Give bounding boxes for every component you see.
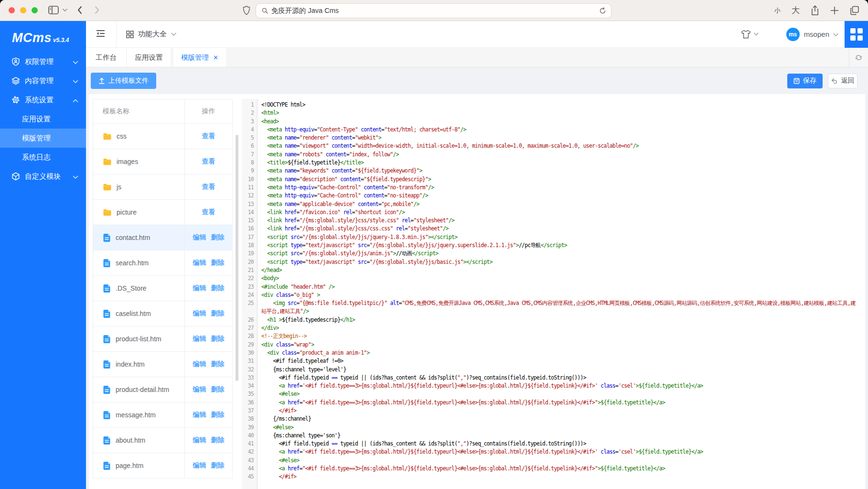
- table-scroll-area: [233, 99, 242, 489]
- action-link-编辑[interactable]: 编辑: [193, 284, 206, 293]
- action-link-删除[interactable]: 删除: [211, 385, 225, 394]
- sidebar-subitem-应用设置[interactable]: 应用设置: [0, 109, 86, 129]
- minimize-window-button[interactable]: [20, 7, 26, 13]
- sidebar-item-系统设置[interactable]: 系统设置: [0, 90, 86, 109]
- table-row-product-list.htm[interactable]: product-list.htm编辑删除: [93, 326, 232, 352]
- chevron-down-icon[interactable]: [62, 4, 68, 16]
- code-line: 11 <meta http-equiv="Cache-Control" cont…: [242, 184, 865, 192]
- table-row-contact.htm[interactable]: contact.htm编辑删除: [93, 225, 232, 250]
- action-link-编辑[interactable]: 编辑: [193, 309, 206, 318]
- table-row-page.htm[interactable]: page.htm编辑删除: [93, 453, 232, 478]
- address-bar[interactable]: 免疫开源的 Java Cms: [256, 3, 611, 18]
- table-row-picture[interactable]: picture查看: [93, 200, 232, 225]
- file-name: page.htm: [116, 461, 143, 471]
- table-row-search.htm[interactable]: search.htm编辑删除: [93, 250, 232, 276]
- file-name: contact.htm: [116, 233, 150, 243]
- scrollbar-thumb[interactable]: [236, 135, 238, 381]
- theme-button[interactable]: [741, 30, 759, 39]
- address-bar-text: 免疫开源的 Java Cms: [271, 6, 339, 15]
- line-number: 5: [242, 134, 257, 142]
- action-link-编辑[interactable]: 编辑: [193, 360, 206, 369]
- zoom-window-button[interactable]: [32, 7, 38, 13]
- file-icon: [103, 233, 111, 242]
- code-editor[interactable]: 1<!DOCTYPE html>2<html>3<head>4 <meta ht…: [242, 99, 865, 489]
- action-link-删除[interactable]: 删除: [211, 436, 225, 445]
- action-link-编辑[interactable]: 编辑: [193, 411, 206, 419]
- collapse-sidebar-icon[interactable]: [96, 30, 105, 39]
- file-icon: [103, 335, 111, 344]
- table-row-about.htm[interactable]: about.htm编辑删除: [93, 428, 232, 453]
- return-arrow-icon: [831, 78, 838, 84]
- chevron-down-icon[interactable]: [833, 30, 838, 39]
- table-row-css[interactable]: css查看: [93, 124, 232, 149]
- text-larger-button[interactable]: 大: [792, 4, 800, 17]
- sidebar-toggle-icon[interactable]: [48, 4, 59, 16]
- close-tab-icon[interactable]: ✕: [213, 54, 218, 61]
- action-link-删除[interactable]: 删除: [211, 335, 225, 343]
- table-row-.DS_Store[interactable]: .DS_Store编辑删除: [93, 276, 232, 301]
- action-link-删除[interactable]: 删除: [211, 233, 225, 242]
- action-link-编辑[interactable]: 编辑: [193, 335, 206, 343]
- line-number: 6: [242, 142, 257, 150]
- back-button-icon[interactable]: [76, 4, 83, 16]
- sidebar-subitem-模版管理[interactable]: 模版管理: [0, 129, 86, 148]
- forward-button-icon[interactable]: [94, 4, 100, 16]
- close-window-button[interactable]: [9, 7, 15, 13]
- save-button[interactable]: 保存: [787, 74, 823, 88]
- action-link-编辑[interactable]: 编辑: [193, 385, 206, 394]
- table-row-product-detail.htm[interactable]: product-detail.htm编辑删除: [93, 377, 232, 402]
- action-link-查看[interactable]: 查看: [202, 183, 215, 191]
- action-link-删除[interactable]: 删除: [211, 309, 225, 318]
- table-row-images[interactable]: images查看: [93, 149, 232, 174]
- share-icon[interactable]: [811, 5, 819, 16]
- file-name: .DS_Store: [116, 283, 147, 293]
- tab-应用设置[interactable]: 应用设置: [127, 48, 171, 67]
- action-link-查看[interactable]: 查看: [202, 132, 215, 141]
- sidebar-item-权限管理[interactable]: 权限管理: [0, 52, 86, 71]
- table-row-message.htm[interactable]: message.htm编辑删除: [93, 402, 232, 428]
- action-link-编辑[interactable]: 编辑: [193, 461, 206, 470]
- action-link-删除[interactable]: 删除: [211, 461, 225, 470]
- line-number: 40: [242, 432, 257, 440]
- action-link-查看[interactable]: 查看: [202, 157, 215, 166]
- code-line: 16 <link href="/{ms:global.style/}css/cs…: [242, 225, 865, 233]
- action-link-删除[interactable]: 删除: [211, 360, 225, 369]
- tab-模版管理[interactable]: 模版管理✕: [173, 48, 226, 67]
- text-smaller-button[interactable]: 小: [774, 4, 781, 17]
- refresh-tabs-button[interactable]: [849, 48, 868, 67]
- action-link-编辑[interactable]: 编辑: [193, 436, 206, 445]
- line-number: 2: [242, 109, 257, 117]
- action-link-删除[interactable]: 删除: [211, 411, 225, 419]
- code-line: 5 <meta name="renderer" content="webkit"…: [242, 134, 865, 142]
- sidebar-item-内容管理[interactable]: 内容管理: [0, 71, 86, 90]
- code-line: 24<div class="o_big" >: [242, 291, 865, 299]
- new-tab-icon[interactable]: [830, 5, 839, 16]
- action-link-删除[interactable]: 删除: [211, 284, 225, 293]
- table-row-js[interactable]: js查看: [93, 174, 232, 200]
- privacy-shield-icon[interactable]: [243, 5, 250, 16]
- tab-overview-icon[interactable]: [850, 5, 859, 16]
- avatar[interactable]: ms: [786, 28, 800, 41]
- sidebar-item-label: 内容管理: [25, 76, 73, 86]
- line-number: 33: [242, 374, 257, 382]
- table-row-caselist.htm[interactable]: caselist.htm编辑删除: [93, 301, 232, 326]
- apps-launcher-button[interactable]: [845, 21, 868, 48]
- table-row-index.htm[interactable]: index.htm编辑删除: [93, 352, 232, 377]
- action-link-查看[interactable]: 查看: [202, 208, 215, 217]
- sidebar-item-自定义模块[interactable]: 自定义模块: [0, 167, 86, 186]
- action-link-编辑[interactable]: 编辑: [193, 259, 206, 267]
- app-menu-button[interactable]: 功能大全: [126, 30, 176, 39]
- tab-工作台[interactable]: 工作台: [86, 48, 126, 67]
- folder-icon: [103, 208, 112, 217]
- code-line: 10 <meta name="description" content="${f…: [242, 175, 865, 184]
- code-line: 18 <script type="text/javascript" src="/…: [242, 241, 865, 250]
- action-link-编辑[interactable]: 编辑: [193, 233, 206, 242]
- sidebar-subitem-系统日志[interactable]: 系统日志: [0, 148, 86, 167]
- reload-icon[interactable]: [599, 7, 606, 14]
- username[interactable]: msopen: [804, 30, 829, 38]
- action-link-删除[interactable]: 删除: [211, 259, 225, 267]
- file-icon: [103, 461, 111, 470]
- upload-template-button[interactable]: 上传模板文件: [91, 73, 156, 89]
- back-button[interactable]: 返回: [828, 74, 857, 88]
- table-rows: css查看images查看js查看picture查看contact.htm编辑删…: [93, 124, 232, 478]
